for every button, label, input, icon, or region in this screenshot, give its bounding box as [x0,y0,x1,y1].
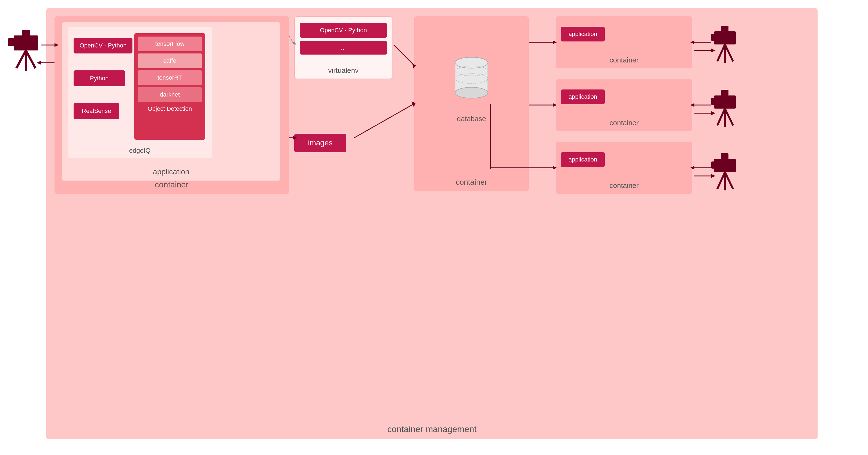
svg-point-3 [455,57,488,68]
ml-frameworks-group: tensorFlow caffe tensorRT darknet Object… [134,33,205,140]
db-container-label: container [456,178,487,187]
realsense-button[interactable]: RealSense [73,103,119,119]
svg-rect-7 [8,38,16,46]
tensorrt-button[interactable]: tensorRT [137,70,202,85]
application-box: application edgeIQ OpenCV - Python Pytho… [62,22,280,180]
edgeiq-box: edgeIQ OpenCV - Python Python RealSense … [68,27,212,158]
left-camera-icon [8,30,38,71]
svg-point-2 [455,87,488,98]
left-container-label: container [155,180,188,189]
virtualenv-label: virtualenv [328,66,359,75]
container-label-3: container [610,181,639,190]
application-button-2[interactable]: application [561,89,605,104]
right-container-1: application container [556,17,692,68]
opencv-python-button[interactable]: OpenCV - Python [73,38,132,54]
svg-rect-11 [22,30,30,36]
database-icon [451,55,492,104]
application-label: application [153,168,189,176]
darknet-button[interactable]: darknet [137,87,202,102]
opencv-python-virtualenv-button[interactable]: OpenCV - Python [300,23,387,38]
database-label: database [457,115,486,123]
svg-line-8 [17,51,26,68]
container-label-2: container [610,119,639,127]
virtualenv-container: OpenCV - Python ... virtualenv [294,17,393,79]
container-management-label: container management [387,424,476,434]
object-detection-label: Object Detection [137,104,202,112]
container-label-1: container [610,56,639,64]
right-container-2: application container [556,79,692,131]
caffe-button[interactable]: caffe [137,54,202,68]
svg-line-10 [26,51,35,68]
edgeiq-label: edgeIQ [129,147,151,154]
database-container: container database [414,17,529,191]
left-big-container: container application edgeIQ OpenCV - Py… [55,17,289,194]
application-button-3[interactable]: application [561,152,605,167]
tensorflow-button[interactable]: tensorFlow [137,36,202,51]
application-button-1[interactable]: application [561,27,605,41]
python-button[interactable]: Python [73,70,125,86]
right-container-3: application container [556,142,692,194]
svg-marker-15 [37,61,41,65]
images-button[interactable]: images [294,134,346,152]
dots-button: ... [300,41,387,55]
main-canvas: container management container applicati… [0,0,868,455]
svg-rect-6 [13,35,38,51]
